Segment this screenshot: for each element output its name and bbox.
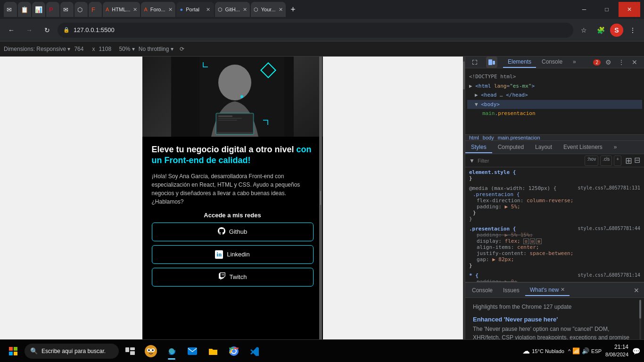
- rotate-icon[interactable]: ⟳: [177, 44, 187, 54]
- breadcrumb-body[interactable]: body: [483, 135, 494, 140]
- chevron-up-icon[interactable]: ^: [568, 348, 570, 354]
- bottom-scrollbar[interactable]: [639, 298, 642, 339]
- taskbar-owl[interactable]: [141, 342, 160, 361]
- layout-icon-2[interactable]: ⊟: [634, 156, 640, 166]
- zoom-select[interactable]: 50% ▾: [119, 46, 134, 52]
- address-bar[interactable]: 🔒 127.0.0.1:5500: [58, 23, 573, 38]
- minimize-button[interactable]: ─: [573, 2, 595, 17]
- layout-tab[interactable]: Layout: [529, 142, 558, 153]
- twitch-button[interactable]: Twitch: [152, 268, 314, 287]
- tab-html[interactable]: A HTML... ✕: [103, 2, 140, 17]
- start-button[interactable]: [4, 342, 23, 361]
- breadcrumb-html[interactable]: html: [469, 135, 479, 140]
- plus-badge[interactable]: +: [614, 156, 621, 166]
- css-selector-element[interactable]: element.style {: [469, 169, 516, 175]
- tab-github2[interactable]: ⬡ GitH... ✕: [215, 2, 250, 17]
- tab-sheets[interactable]: 📊: [32, 2, 45, 17]
- tab-gmail[interactable]: ✉: [4, 2, 17, 17]
- network-icon[interactable]: 📶: [572, 347, 580, 354]
- linkedin-button[interactable]: in Linkedin: [152, 245, 314, 264]
- tab-keep[interactable]: 📋: [18, 2, 31, 17]
- styles-filter-input[interactable]: [478, 158, 582, 164]
- css-source-1[interactable]: style.css?…8057781:131: [578, 185, 640, 190]
- cls-badge[interactable]: .cls: [600, 156, 612, 166]
- css-rule-presentacion: .presentacion { style.css?…68057781:44 p…: [469, 226, 640, 269]
- back-button[interactable]: ←: [4, 23, 19, 38]
- tab-your[interactable]: ⬡ Your... ✕: [251, 2, 286, 17]
- width-value[interactable]: 764: [74, 46, 88, 52]
- computed-tab[interactable]: Computed: [492, 142, 529, 153]
- inspect-icon[interactable]: [469, 57, 480, 68]
- taskbar-files[interactable]: [204, 342, 223, 361]
- sheets-favicon: 📊: [35, 6, 42, 13]
- volume-icon[interactable]: 🔊: [582, 347, 589, 354]
- wn-title-1[interactable]: Enhanced 'Never pause here': [473, 316, 636, 323]
- new-tab-button[interactable]: +: [287, 3, 300, 16]
- tab-figma[interactable]: F: [89, 2, 102, 17]
- tab-pinterest[interactable]: P: [46, 2, 59, 17]
- css-star-selector[interactable]: * {: [469, 272, 479, 279]
- styles-tab[interactable]: Styles: [465, 142, 492, 153]
- whats-new-tab-label: What's new: [530, 287, 559, 293]
- taskbar-chrome[interactable]: [224, 342, 243, 361]
- main-line[interactable]: main.presentacion: [467, 109, 642, 118]
- height-value[interactable]: 1108: [99, 46, 115, 52]
- resize-handle[interactable]: [319, 57, 322, 339]
- tab-github2-close[interactable]: ✕: [243, 7, 247, 13]
- taskbar-edge[interactable]: [162, 342, 181, 361]
- tab-more[interactable]: »: [568, 57, 581, 68]
- tab-portal-close[interactable]: ✕: [206, 7, 210, 13]
- reload-button[interactable]: ↻: [40, 23, 55, 38]
- whats-new-close-tab[interactable]: ✕: [561, 287, 565, 293]
- issues-tab[interactable]: Issues: [498, 285, 524, 296]
- browser-tabs: ✉ 📋 📊 P ✉ ⬡ F A HTML... ✕ A Foro... ✕: [0, 0, 644, 19]
- css-presentacion-selector-2[interactable]: .presentacion {: [469, 226, 516, 232]
- close-button[interactable]: ✕: [619, 2, 640, 17]
- notification-icon[interactable]: 💬: [632, 347, 640, 355]
- tab-html-close[interactable]: ✕: [133, 7, 137, 13]
- devtools-close-icon[interactable]: ✕: [629, 57, 640, 68]
- taskbar-clock[interactable]: 21:14 8/08/2024: [605, 343, 628, 358]
- taskbar-taskview[interactable]: [121, 342, 140, 361]
- extension-icon[interactable]: 🧩: [593, 23, 608, 38]
- tab-foro-close[interactable]: ✕: [168, 7, 173, 13]
- taskbar-search[interactable]: 🔍 Escribe aquí para buscar.: [25, 344, 119, 359]
- maximize-button[interactable]: □: [596, 2, 618, 17]
- css-source-3[interactable]: style.css?…68057781:14: [578, 272, 640, 278]
- devtools-more-icon[interactable]: ⋮: [616, 57, 627, 68]
- dimensions-preset[interactable]: Dimensions: Responsive ▾: [4, 46, 70, 52]
- breadcrumb-main[interactable]: main.presentacion: [498, 135, 540, 140]
- devtools-dimensions-bar: Dimensions: Responsive ▾ 764 x 1108 50% …: [0, 41, 644, 57]
- bottom-panel-close[interactable]: ✕: [631, 287, 642, 294]
- css-presentacion-selector-1[interactable]: .presentacion {: [469, 191, 520, 197]
- body-line[interactable]: ▼ <body>: [467, 100, 642, 109]
- svg-rect-7: [218, 120, 237, 121]
- device-toolbar-icon[interactable]: [486, 57, 497, 68]
- tab-portal[interactable]: ● Portal ✕: [176, 2, 214, 17]
- tab-github1[interactable]: ⬡: [74, 2, 88, 17]
- devtools-settings-icon[interactable]: ⚙: [603, 57, 614, 68]
- html-line[interactable]: ▶ <html lang="es-mx">: [467, 82, 642, 91]
- css-source-2[interactable]: style.css?…68057781:44: [578, 226, 640, 231]
- more-styles-tab[interactable]: »: [608, 142, 623, 153]
- tab-elements[interactable]: Elements: [503, 57, 536, 68]
- forward-button[interactable]: →: [22, 23, 37, 38]
- head-line[interactable]: ▶ <head … </head>: [467, 90, 642, 100]
- hov-badge[interactable]: :hov: [585, 156, 598, 166]
- whats-new-tab[interactable]: What's new ✕: [525, 285, 570, 296]
- throttle-select[interactable]: No throttling ▾: [139, 46, 173, 52]
- tab-foro[interactable]: A Foro... ✕: [141, 2, 175, 17]
- taskbar-mail[interactable]: [183, 342, 202, 361]
- svg-rect-13: [14, 347, 17, 351]
- console-tab[interactable]: Console: [467, 285, 497, 296]
- avatar-icon[interactable]: S: [610, 24, 623, 37]
- github-button[interactable]: Github: [152, 222, 314, 241]
- tab-console[interactable]: Console: [537, 57, 567, 68]
- toggle-icon[interactable]: ⊞: [625, 156, 632, 166]
- tab-mailchimp[interactable]: ✉: [60, 2, 74, 17]
- bookmark-icon[interactable]: ☆: [576, 23, 591, 38]
- event-listeners-tab[interactable]: Event Listeners: [558, 142, 608, 153]
- taskbar-vscode[interactable]: [245, 342, 264, 361]
- tab-your-close[interactable]: ✕: [279, 7, 283, 13]
- menu-icon[interactable]: ⋮: [625, 23, 640, 38]
